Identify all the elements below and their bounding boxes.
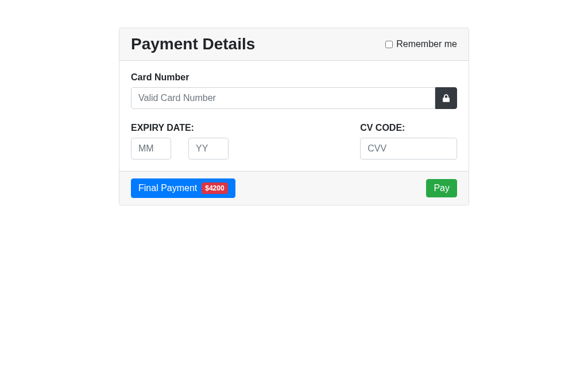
cv-label: CV CODE: xyxy=(360,123,457,133)
year-input[interactable] xyxy=(188,138,229,160)
final-payment-button[interactable]: Final Payment $4200 xyxy=(131,178,235,198)
cv-section: CV CODE: xyxy=(343,123,457,160)
cvv-input[interactable] xyxy=(360,138,457,160)
remember-me-text: Remember me xyxy=(396,39,457,49)
page-title: Payment Details xyxy=(131,35,255,53)
pay-button-label: Pay xyxy=(434,183,450,193)
month-input[interactable] xyxy=(131,138,171,160)
expiry-label: EXPIRY DATE: xyxy=(131,123,343,133)
lock-icon xyxy=(443,94,450,102)
card-number-input[interactable] xyxy=(131,87,435,109)
final-payment-label: Final Payment xyxy=(138,183,197,193)
remember-me-checkbox[interactable] xyxy=(385,41,393,48)
card-footer: Final Payment $4200 Pay xyxy=(119,171,469,205)
expiry-section: EXPIRY DATE: xyxy=(131,123,343,160)
card-header: Payment Details Remember me xyxy=(119,28,469,61)
pay-button[interactable]: Pay xyxy=(426,179,457,197)
remember-me-label[interactable]: Remember me xyxy=(385,39,457,49)
lock-addon xyxy=(435,87,457,109)
amount-badge: $4200 xyxy=(202,182,227,194)
card-number-group xyxy=(131,87,457,109)
payment-card: Payment Details Remember me Card Number … xyxy=(119,28,469,205)
card-body: Card Number EXPIRY DATE: xyxy=(119,61,469,171)
card-number-label: Card Number xyxy=(131,72,457,83)
